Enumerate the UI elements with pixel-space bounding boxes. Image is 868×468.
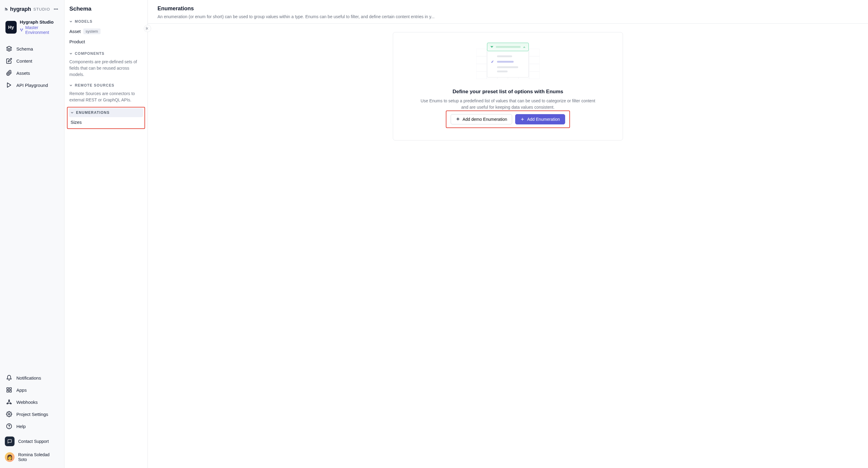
section-components-label: COMPONENTS [75, 52, 104, 56]
section-models-header[interactable]: MODELS [67, 17, 145, 26]
user-avatar: 👩 [5, 452, 14, 462]
main-title: Enumerations [157, 5, 858, 12]
nav-assets-label: Assets [17, 70, 30, 76]
edit-icon [6, 58, 12, 64]
nav-assets[interactable]: Assets [2, 67, 62, 79]
system-badge: system [83, 29, 100, 34]
user-menu[interactable]: 👩 Romina Soledad Soto [0, 449, 64, 465]
collapse-panel-button[interactable] [144, 25, 151, 32]
project-avatar: Hy [5, 21, 17, 34]
sparkle-icon [456, 117, 460, 122]
svg-rect-6 [10, 388, 11, 390]
nav-project-settings-label: Project Settings [17, 412, 48, 417]
section-models-label: MODELS [75, 20, 93, 24]
chevron-down-icon [69, 52, 72, 55]
help-icon [6, 423, 12, 429]
brand-studio: STUDIO [33, 7, 50, 11]
branch-icon [20, 28, 23, 32]
schema-panel-title: Schema [67, 5, 145, 17]
section-components-header[interactable]: COMPONENTS [67, 49, 145, 58]
highlight-buttons: Add demo Enumeration Add Enumeration [446, 110, 570, 128]
layers-icon [6, 46, 12, 52]
project-selector[interactable]: Hy Hygraph Studio Master Environment [2, 17, 62, 37]
svg-marker-4 [7, 83, 11, 88]
nav-api-playground[interactable]: API Playground [2, 79, 62, 91]
svg-point-1 [22, 29, 23, 29]
add-enumeration-button[interactable]: Add Enumeration [515, 114, 565, 125]
svg-point-0 [20, 29, 21, 29]
nav-notifications-label: Notifications [17, 375, 41, 380]
user-name: Romina Soledad Soto [18, 452, 59, 462]
highlight-enumerations: ENUMERATIONS Sizes [67, 107, 145, 129]
brand-menu-icon[interactable]: ••• [52, 5, 59, 13]
gear-icon [6, 411, 12, 417]
svg-rect-8 [7, 391, 9, 392]
svg-marker-3 [7, 46, 12, 49]
add-enumeration-label: Add Enumeration [527, 117, 560, 122]
section-remote-sources-label: REMOTE SOURCES [75, 83, 115, 88]
enumeration-item-sizes-label: Sizes [70, 120, 82, 125]
main-description: An enumeration (or enum for short) can b… [157, 14, 858, 19]
chevron-down-icon [70, 111, 73, 114]
svg-point-2 [21, 31, 22, 31]
main-header: Enumerations An enumeration (or enum for… [148, 0, 868, 24]
plus-icon [520, 117, 525, 122]
nav-contact-support[interactable]: Contact Support [0, 434, 64, 449]
nav-help-label: Help [17, 424, 26, 429]
empty-state-card: ✓ Define your preset list of options wit… [393, 32, 623, 140]
nav-project-settings[interactable]: Project Settings [2, 408, 62, 420]
bell-icon [6, 375, 12, 381]
svg-rect-5 [7, 388, 9, 390]
card-title: Define your preset list of options with … [453, 89, 563, 95]
nav-webhooks-label: Webhooks [17, 400, 38, 405]
collapse-icon [145, 26, 150, 31]
svg-point-12 [8, 413, 10, 415]
enum-illustration: ✓ [476, 43, 540, 82]
play-icon [6, 82, 12, 88]
section-enumerations-header[interactable]: ENUMERATIONS [69, 108, 143, 117]
section-components-desc: Components are pre-defined sets of field… [67, 58, 145, 81]
main-content: Enumerations An enumeration (or enum for… [148, 0, 868, 468]
enumeration-item-sizes[interactable]: Sizes [69, 117, 143, 127]
model-item-asset-label: Asset [69, 29, 81, 34]
section-remote-sources-desc: Remote Sources are connectors to externa… [67, 90, 145, 106]
section-enumerations-label: ENUMERATIONS [76, 110, 110, 115]
left-sidebar: hygraph STUDIO ••• Hy Hygraph Studio Mas… [0, 0, 64, 468]
hygraph-logo-icon [5, 6, 7, 12]
schema-panel: Schema MODELS Asset system Product COMPO… [64, 0, 148, 468]
nav-content-label: Content [17, 59, 32, 64]
contact-support-label: Contact Support [18, 439, 49, 444]
brand-row: hygraph STUDIO ••• [0, 3, 64, 17]
model-item-product-label: Product [69, 39, 85, 44]
add-demo-enumeration-button[interactable]: Add demo Enumeration [451, 114, 512, 125]
project-name: Hygraph Studio [20, 20, 59, 25]
chat-icon [5, 436, 14, 446]
section-remote-sources-header[interactable]: REMOTE SOURCES [67, 81, 145, 90]
model-item-product[interactable]: Product [67, 37, 145, 46]
nav-apps[interactable]: Apps [2, 384, 62, 396]
nav-schema-label: Schema [17, 46, 33, 52]
nav-help[interactable]: Help [2, 420, 62, 432]
nav-content[interactable]: Content [2, 55, 62, 67]
nav-apps-label: Apps [17, 388, 27, 393]
model-item-asset[interactable]: Asset system [67, 26, 145, 37]
chevron-down-icon [69, 84, 72, 87]
chevron-down-icon [69, 20, 72, 23]
grid-icon [6, 387, 12, 393]
nav-notifications[interactable]: Notifications [2, 372, 62, 384]
paperclip-icon [6, 70, 12, 76]
svg-rect-7 [10, 391, 11, 392]
nav-schema[interactable]: Schema [2, 43, 62, 55]
webhook-icon [6, 399, 12, 405]
nav-api-playground-label: API Playground [17, 82, 48, 88]
card-description: Use Enums to setup a predefined list of … [417, 98, 599, 110]
nav-webhooks[interactable]: Webhooks [2, 396, 62, 408]
project-environment: Master Environment [20, 25, 59, 35]
brand-name: hygraph [10, 6, 31, 12]
add-demo-enumeration-label: Add demo Enumeration [462, 117, 507, 122]
